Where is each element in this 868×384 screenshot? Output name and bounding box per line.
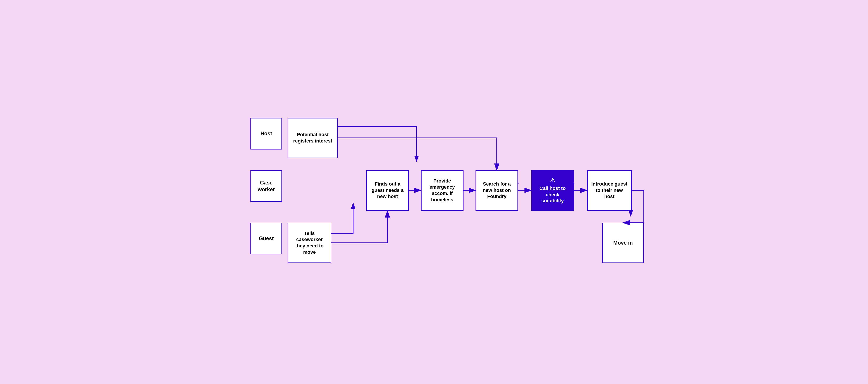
step-move-in-label: Move in: [613, 239, 633, 246]
step-emergency-accom-label: Provide emergency accom. if homeless: [425, 178, 459, 203]
diagram-container: Host Case worker Guest Potential host re…: [237, 98, 631, 286]
actor-guest: Guest: [250, 223, 282, 255]
warning-icon: ⚠: [550, 177, 555, 184]
step-call-host[interactable]: ⚠ Call host to check suitability: [531, 170, 574, 211]
step-emergency-accom[interactable]: Provide emergency accom. if homeless: [421, 170, 464, 211]
diagram: Host Case worker Guest Potential host re…: [250, 107, 657, 277]
step-potential-host-label: Potential host registers interest: [292, 131, 334, 144]
step-tells-caseworker-label: Tells caseworker they need to move: [292, 230, 327, 255]
actor-guest-label: Guest: [259, 235, 274, 242]
actor-host-label: Host: [260, 130, 272, 137]
step-tells-caseworker[interactable]: Tells caseworker they need to move: [287, 223, 331, 263]
step-introduce-guest-label: Introduce guest to their new host: [591, 181, 628, 200]
step-finds-out-label: Finds out a guest needs a new host: [370, 181, 405, 200]
step-finds-out[interactable]: Finds out a guest needs a new host: [366, 170, 409, 211]
step-call-host-label: Call host to check suitability: [535, 185, 570, 204]
step-search-foundry[interactable]: Search for a new host on Foundry: [475, 170, 518, 211]
actor-caseworker-label: Case worker: [255, 179, 278, 193]
step-move-in[interactable]: Move in: [602, 223, 644, 263]
step-introduce-guest[interactable]: Introduce guest to their new host: [587, 170, 632, 211]
step-search-foundry-label: Search for a new host on Foundry: [480, 181, 514, 200]
actor-caseworker: Case worker: [250, 170, 282, 202]
step-potential-host[interactable]: Potential host registers interest: [287, 118, 338, 158]
actor-host: Host: [250, 118, 282, 149]
